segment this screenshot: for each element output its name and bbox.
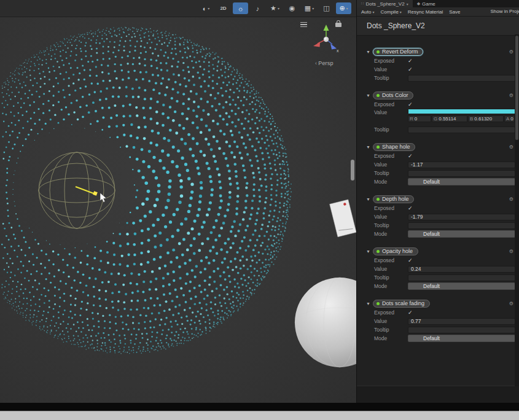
gear-icon[interactable]: ⚙	[509, 301, 513, 306]
checkmark-icon[interactable]: ✓	[408, 102, 413, 107]
property-label: Exposed	[374, 58, 408, 64]
bottom-status-bar	[0, 411, 519, 420]
visibility-eye-icon: ◉	[289, 4, 295, 12]
value-field[interactable]	[408, 170, 515, 177]
save-button[interactable]: Save	[447, 9, 462, 15]
gear-icon[interactable]: ⚙	[509, 196, 513, 202]
checkmark-icon[interactable]: ✓	[408, 258, 413, 263]
foldout-chevron-icon[interactable]: ▼	[366, 197, 370, 201]
grid-toggle-button[interactable]: ▦▾	[302, 2, 317, 14]
value-field[interactable]	[408, 126, 515, 133]
foldout-chevron-icon[interactable]: ▼	[366, 145, 370, 149]
checkmark-icon[interactable]: ✓	[408, 58, 413, 64]
foldout-chevron-icon[interactable]: ▼	[366, 249, 370, 254]
2d-toggle-button[interactable]: 2D	[216, 2, 231, 14]
audio-toggle-button[interactable]: ♪	[250, 2, 265, 14]
parameter-pill[interactable]: Shape hole	[373, 143, 416, 151]
scene-toolbar: ◐▾2D☼♪★▾◉▦▾◫⊕▾	[0, 0, 356, 17]
shading-mode-button[interactable]: ◐▾	[198, 2, 214, 14]
effects-toggle-button[interactable]: ★▾	[267, 2, 283, 14]
value-field[interactable]	[408, 274, 515, 281]
parameter-pill[interactable]: Opacity hole	[373, 247, 418, 255]
channel-r[interactable]: R0	[408, 115, 431, 122]
channel-value: 0.55114	[439, 116, 456, 122]
card-object[interactable]	[330, 200, 356, 237]
section-header-dots-scale-fading: ▼Dots scale fading⚙	[357, 298, 515, 308]
vfx-graph-icon: ∷	[361, 1, 364, 6]
chevron-down-icon[interactable]: ▾	[208, 6, 209, 10]
parameter-pill[interactable]: Revert Deform	[373, 48, 424, 56]
foldout-chevron-icon[interactable]: ▼	[366, 93, 370, 98]
value-field[interactable]: -1.17	[408, 161, 515, 168]
checkmark-icon[interactable]: ✓	[408, 67, 413, 72]
compile-button[interactable]: Compile▾	[378, 9, 404, 15]
scene-visibility-button[interactable]: ◉	[284, 2, 300, 14]
tab-game[interactable]: ◆Game	[413, 0, 440, 7]
foldout-chevron-icon[interactable]: ▼	[366, 301, 370, 306]
gizmo-axis-handle[interactable]	[93, 191, 98, 196]
value-field[interactable]	[408, 327, 515, 333]
lighting-toggle-button[interactable]: ☼	[233, 2, 248, 14]
chevron-down-icon[interactable]: ▾	[278, 6, 279, 10]
viewport-menu-icon[interactable]	[300, 21, 307, 28]
viewport-lock-icon[interactable]	[335, 23, 341, 27]
checkmark-icon[interactable]: ✓	[408, 154, 413, 159]
property-row-value: Value-1.79	[357, 212, 515, 221]
persp-label[interactable]: ‹Persp	[315, 60, 334, 66]
scrollbar-thumb[interactable]	[515, 36, 518, 140]
gear-icon[interactable]: ⚙	[509, 49, 513, 55]
parameter-pill[interactable]: Dots Color	[373, 91, 414, 99]
parameter-name: Revert Deform	[382, 49, 418, 55]
value-field[interactable]: 0.77	[408, 318, 515, 325]
y-axis-cone	[324, 25, 329, 31]
gray-sphere[interactable]	[295, 278, 356, 367]
scene-viewport[interactable]: x ‹Persp	[0, 17, 356, 403]
gear-icon[interactable]: ⚙	[509, 93, 513, 98]
mode-dropdown[interactable]: Default	[408, 178, 515, 185]
bottom-dark-strip	[0, 403, 519, 411]
chevron-down-icon[interactable]: ▾	[312, 6, 314, 10]
camera-button[interactable]: ◫	[319, 2, 334, 14]
color-swatch[interactable]	[408, 109, 515, 114]
parameter-pill[interactable]: Dots scale fading	[373, 300, 430, 308]
channel-g[interactable]: G0.55114	[432, 115, 467, 122]
value-field[interactable]	[408, 222, 515, 229]
show-in-project-button[interactable]: Show in Project	[488, 8, 519, 15]
checkmark-icon[interactable]: ✓	[408, 310, 413, 316]
parameter-pill[interactable]: Depth hole	[373, 195, 415, 203]
channel-value: 0.61320	[474, 116, 492, 122]
value-field[interactable]: 0.24	[408, 266, 515, 273]
wireframe-sphere[interactable]	[39, 152, 115, 228]
value-field[interactable]: -1.79	[408, 214, 515, 220]
foldout-chevron-icon[interactable]: ▼	[366, 50, 370, 54]
mode-dropdown[interactable]: Default	[408, 335, 515, 342]
dropdown-text: Default	[423, 231, 440, 237]
property-label: Exposed	[374, 153, 408, 159]
resync-material-button[interactable]: Resync Material	[405, 9, 445, 15]
field-text: 0.77	[411, 318, 421, 324]
auto-button[interactable]: Auto▾	[359, 9, 377, 15]
parameter-name: Shape hole	[382, 144, 410, 150]
channel-b[interactable]: B0.61320	[468, 115, 504, 122]
orientation-gizmo[interactable]: x	[313, 25, 339, 53]
gizmo-axis-line[interactable]	[76, 187, 95, 194]
panel-scrollbar[interactable]	[515, 34, 519, 386]
section-header-revert-deform: ▼Revert Deform⚙	[357, 47, 515, 56]
lightbulb-icon: ☼	[237, 5, 243, 12]
exposed-dot-icon	[377, 302, 380, 305]
chevron-down-icon[interactable]: ▾	[346, 6, 348, 10]
channel-a[interactable]: A0	[504, 115, 515, 122]
gizmos-button[interactable]: ⊕▾	[336, 2, 351, 14]
mode-dropdown[interactable]: Default	[408, 282, 515, 290]
property-label: Value	[374, 266, 408, 272]
tab-dots-sphere-v2[interactable]: ∷Dots _Sphere_V2▾	[357, 0, 413, 7]
gear-icon[interactable]: ⚙	[509, 249, 513, 254]
mode-dropdown[interactable]: Default	[408, 230, 515, 238]
panel-tabbar: ∷Dots _Sphere_V2▾◆Game	[357, 0, 519, 7]
channel-letter: G	[434, 116, 437, 122]
property-row-tooltip: Tooltip	[357, 169, 515, 177]
panel-resize-handle[interactable]	[351, 160, 354, 181]
gear-icon[interactable]: ⚙	[509, 144, 513, 150]
value-field[interactable]	[408, 75, 515, 82]
checkmark-icon[interactable]: ✓	[408, 206, 413, 211]
